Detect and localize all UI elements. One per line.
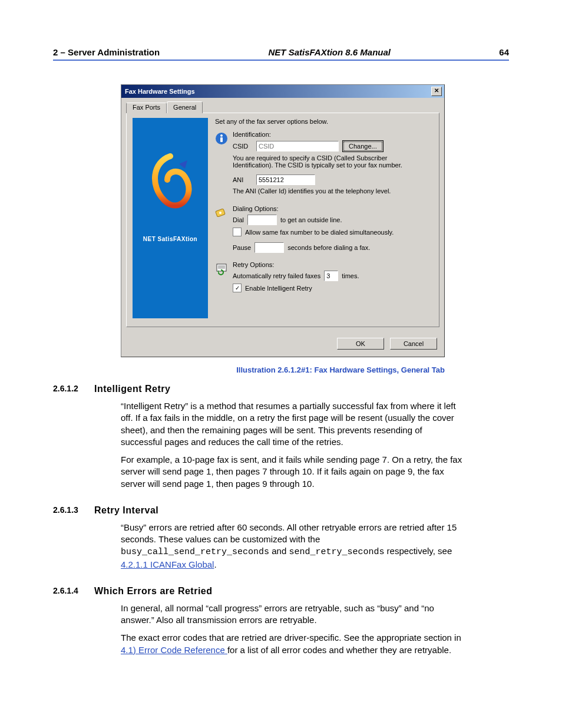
section-number: 2.6.1.2: [53, 384, 94, 394]
dialog-side-panel: NET SatisFAXtion: [133, 118, 208, 318]
ani-input[interactable]: [256, 174, 315, 185]
illustration-caption: Illustration 2.6.1.2#1: Fax Hardware Set…: [121, 365, 445, 374]
tab-strip: Fax Ports General: [126, 101, 439, 113]
code-text: busy_call_send_retry_seconds: [121, 547, 269, 557]
svg-point-1: [220, 134, 223, 137]
section-number: 2.6.1.3: [53, 505, 94, 516]
tab-fax-ports[interactable]: Fax Ports: [126, 103, 167, 113]
dialog-titlebar: Fax Hardware Settings ✕: [121, 85, 444, 98]
body-paragraph: The exact error codes that are retried a…: [121, 632, 462, 656]
page-number: 64: [499, 47, 509, 57]
section-number: 2.6.1.4: [53, 586, 94, 597]
identification-heading: Identification:: [233, 131, 433, 138]
csid-input[interactable]: [256, 141, 339, 151]
tab-general[interactable]: General: [167, 101, 203, 113]
csid-help: You are required to specify a CSID (Call…: [233, 154, 427, 169]
allow-same-label: Allow same fax number to be dialed simul…: [245, 229, 394, 236]
enable-intelligent-retry-label: Enable Intelligent Retry: [245, 285, 312, 292]
section-heading-which-errors: Which Errors are Retried: [94, 586, 213, 597]
swirl-icon: [147, 153, 194, 212]
side-brand: NET SatisFAXtion: [143, 236, 197, 242]
dialing-heading: Dialing Options:: [233, 205, 433, 212]
close-button[interactable]: ✕: [431, 87, 442, 96]
section-heading-retry-interval: Retry Interval: [94, 505, 158, 516]
link-error-code-reference[interactable]: 4.1) Error Code Reference: [121, 645, 227, 655]
change-button[interactable]: Change...: [342, 140, 384, 152]
enable-intelligent-retry-checkbox[interactable]: ✓: [233, 284, 242, 292]
ok-button[interactable]: OK: [337, 338, 384, 350]
info-icon: [215, 131, 228, 202]
ani-help: The ANI (Caller Id) identifies you at th…: [233, 187, 427, 195]
pause-input[interactable]: [254, 242, 284, 253]
dialog-top-text: Set any of the fax server options below.: [215, 118, 433, 125]
close-icon: ✕: [434, 87, 439, 94]
dialog-title: Fax Hardware Settings: [125, 88, 195, 95]
body-paragraph: “Busy” errors are retried after 60 secon…: [121, 522, 462, 571]
cancel-button[interactable]: Cancel: [390, 338, 437, 350]
body-paragraph: In general, all normal “call progress” e…: [121, 602, 462, 627]
svg-point-4: [219, 212, 222, 214]
retry-icon: [215, 261, 228, 295]
code-text: send_retry_seconds: [289, 547, 384, 557]
fax-hardware-dialog: Fax Hardware Settings ✕ Fax Ports Genera…: [121, 84, 445, 357]
tab-page-general: NET SatisFAXtion Set any of the fax serv…: [126, 113, 439, 327]
section-heading-intelligent-retry: Intelligent Retry: [94, 384, 170, 394]
chapter-title: Server Administration: [68, 47, 160, 57]
dialog-button-row: OK Cancel: [121, 332, 444, 357]
allow-same-checkbox[interactable]: [233, 228, 242, 236]
body-paragraph: “Intelligent Retry” is a method that res…: [121, 400, 462, 448]
retry-heading: Retry Options:: [233, 261, 433, 268]
auto-retry-label: Automatically retry failed faxes: [233, 272, 320, 279]
phone-icon: [215, 205, 228, 255]
link-icanfax-global[interactable]: 4.2.1.1 ICANFax Global: [121, 559, 214, 569]
csid-label: CSID: [233, 143, 253, 150]
svg-rect-2: [220, 137, 223, 142]
ani-label: ANI: [233, 176, 253, 183]
pause-label: Pause: [233, 244, 251, 251]
manual-title: NET SatisFAXtion 8.6 Manual: [268, 47, 391, 57]
dial-label: Dial: [233, 216, 244, 223]
retry-count-input[interactable]: [324, 271, 338, 281]
dial-input[interactable]: [247, 215, 277, 225]
body-paragraph: For example, a 10-page fax is sent, and …: [121, 454, 462, 490]
auto-retry-after: times.: [342, 272, 359, 279]
header-left: 2 – Server Administration: [53, 47, 160, 57]
page-header: 2 – Server Administration NET SatisFAXti…: [53, 47, 509, 61]
dial-after-text: to get an outside line.: [280, 216, 342, 223]
pause-after-text: seconds before dialing a fax.: [287, 244, 370, 251]
